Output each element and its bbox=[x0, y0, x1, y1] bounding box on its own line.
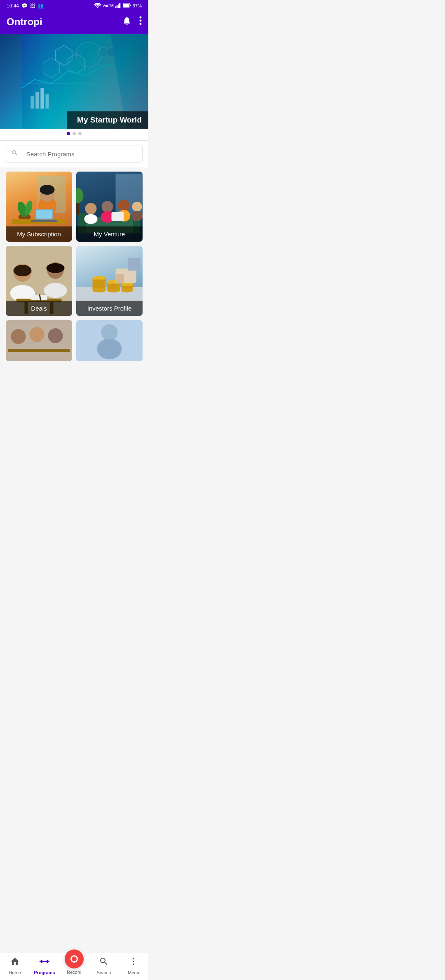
svg-point-84 bbox=[48, 328, 63, 343]
svg-point-77 bbox=[122, 285, 133, 289]
grid-section: My Subscription bbox=[0, 167, 148, 361]
svg-point-55 bbox=[47, 263, 65, 273]
app-header: Ontropi bbox=[0, 12, 148, 34]
signal-icon bbox=[115, 3, 121, 9]
venture-card[interactable]: My Venture bbox=[76, 172, 143, 242]
svg-point-56 bbox=[44, 283, 67, 298]
image-icon: 🖼 bbox=[30, 3, 35, 9]
svg-point-67 bbox=[93, 282, 106, 285]
search-section bbox=[0, 141, 148, 167]
svg-rect-47 bbox=[112, 212, 124, 221]
bell-icon[interactable] bbox=[122, 16, 132, 28]
svg-rect-4 bbox=[120, 3, 121, 8]
subscription-card[interactable]: My Subscription bbox=[6, 172, 72, 242]
svg-point-8 bbox=[140, 16, 142, 19]
svg-point-30 bbox=[40, 185, 55, 195]
time: 16:44 bbox=[7, 3, 19, 9]
svg-point-41 bbox=[102, 201, 113, 212]
chat-icon: 💬 bbox=[21, 3, 28, 9]
svg-point-83 bbox=[30, 327, 44, 342]
battery-icon bbox=[123, 3, 131, 9]
deals-card[interactable]: Deals bbox=[6, 246, 72, 316]
svg-rect-33 bbox=[36, 210, 53, 219]
svg-rect-3 bbox=[119, 3, 120, 8]
svg-point-45 bbox=[132, 202, 142, 212]
deals-label: Deals bbox=[6, 301, 72, 316]
svg-point-9 bbox=[140, 20, 142, 22]
svg-point-39 bbox=[85, 203, 97, 214]
svg-point-52 bbox=[14, 265, 32, 276]
svg-rect-2 bbox=[118, 5, 119, 8]
dot-2[interactable] bbox=[73, 132, 76, 135]
more-icon[interactable] bbox=[139, 16, 142, 28]
main-content: 16:44 💬 🖼 👥 VoLTE bbox=[0, 0, 148, 394]
svg-point-82 bbox=[11, 329, 26, 344]
svg-rect-80 bbox=[116, 274, 124, 283]
investors-label: Investors Profile bbox=[76, 301, 143, 316]
svg-rect-34 bbox=[31, 220, 58, 222]
svg-point-87 bbox=[101, 324, 118, 341]
search-input[interactable] bbox=[26, 151, 137, 158]
teams-icon: 👥 bbox=[37, 3, 44, 9]
search-bar[interactable] bbox=[6, 146, 143, 163]
svg-rect-7 bbox=[130, 5, 131, 6]
svg-point-40 bbox=[84, 214, 98, 224]
venture-label: My Venture bbox=[76, 226, 143, 242]
svg-rect-79 bbox=[128, 258, 141, 271]
svg-point-73 bbox=[107, 286, 120, 290]
svg-point-43 bbox=[118, 200, 130, 211]
dot-3[interactable] bbox=[78, 132, 82, 135]
volte-icon: VoLTE bbox=[103, 4, 114, 8]
investors-card[interactable]: Investors Profile bbox=[76, 246, 143, 316]
dot-1[interactable] bbox=[67, 132, 70, 135]
svg-point-66 bbox=[93, 279, 106, 283]
partial-card-1[interactable] bbox=[6, 320, 72, 361]
status-bar: 16:44 💬 🖼 👥 VoLTE bbox=[0, 0, 148, 12]
svg-point-46 bbox=[131, 211, 143, 221]
svg-rect-0 bbox=[115, 6, 117, 8]
banner-title: My Startup World bbox=[67, 111, 148, 129]
svg-point-10 bbox=[140, 23, 142, 25]
wifi-icon bbox=[94, 3, 101, 9]
partial-card-2[interactable] bbox=[76, 320, 143, 361]
svg-point-49 bbox=[76, 188, 84, 203]
subscription-label: My Subscription bbox=[6, 226, 72, 242]
banner-section: My Startup World bbox=[0, 34, 148, 140]
svg-rect-1 bbox=[117, 5, 118, 8]
svg-point-68 bbox=[93, 285, 106, 288]
search-divider bbox=[22, 150, 22, 158]
battery-percent: 97% bbox=[133, 3, 142, 8]
programs-grid: My Subscription bbox=[6, 172, 143, 361]
banner-dots bbox=[0, 129, 148, 137]
svg-point-88 bbox=[97, 339, 122, 359]
svg-rect-60 bbox=[31, 295, 47, 300]
search-icon bbox=[11, 149, 19, 159]
svg-rect-6 bbox=[123, 4, 129, 7]
app-title: Ontropi bbox=[7, 16, 42, 28]
banner: My Startup World bbox=[0, 34, 148, 129]
svg-point-72 bbox=[107, 283, 120, 287]
svg-rect-85 bbox=[8, 349, 70, 352]
